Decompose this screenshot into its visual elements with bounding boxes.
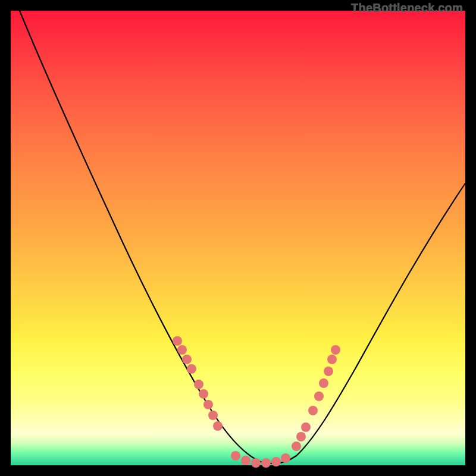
data-point (292, 441, 301, 451)
data-point (314, 392, 324, 401)
data-point (308, 406, 318, 415)
data-point (182, 355, 192, 364)
data-point (203, 400, 213, 409)
data-point (213, 421, 223, 431)
data-point (261, 458, 271, 468)
watermark-text: TheBottleneck.com (351, 1, 463, 15)
data-point (319, 378, 328, 388)
bottleneck-curve (20, 11, 465, 464)
chart-plot-area (11, 11, 465, 465)
data-point (327, 355, 337, 364)
data-point (194, 380, 203, 389)
chart-frame: TheBottleneck.com (0, 0, 476, 476)
chart-svg (11, 11, 465, 465)
data-point (173, 336, 182, 346)
data-point (187, 364, 196, 374)
data-point (208, 411, 218, 420)
data-point (324, 367, 333, 376)
data-point (301, 422, 311, 432)
data-point (331, 345, 340, 355)
data-point (271, 457, 281, 466)
data-point (251, 458, 261, 468)
data-point (281, 453, 290, 463)
data-point (199, 389, 208, 399)
data-point (241, 456, 250, 465)
data-point (177, 345, 187, 355)
data-point (296, 432, 306, 441)
data-point (231, 451, 240, 461)
